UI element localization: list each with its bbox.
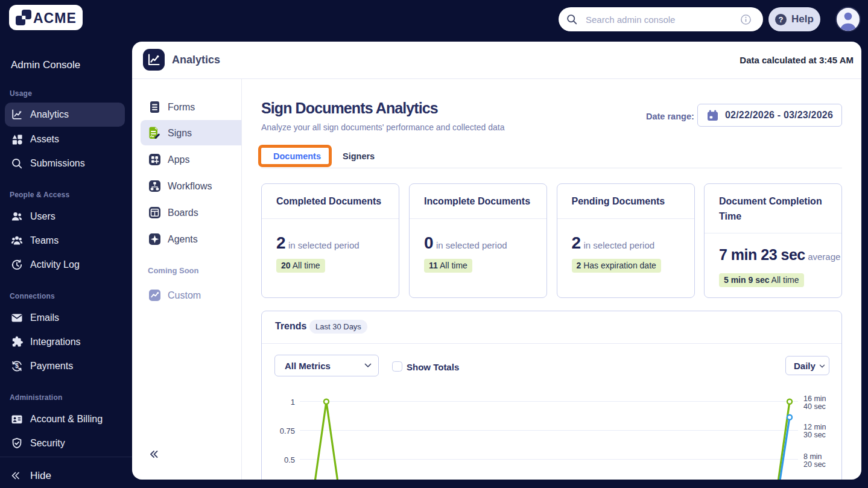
svg-text:$: $: [15, 362, 19, 369]
svg-text:ACME: ACME: [33, 10, 77, 26]
